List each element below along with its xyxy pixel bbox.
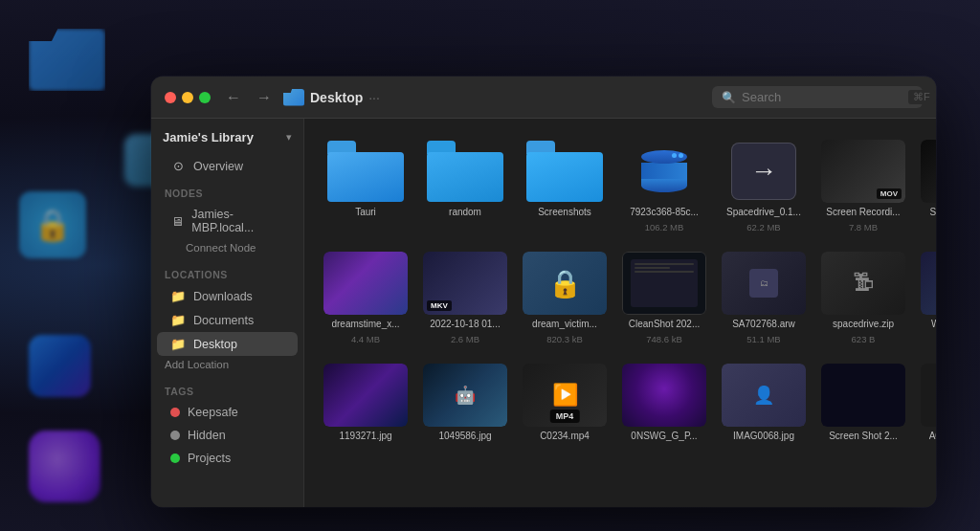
file-item-screenshots[interactable]: Screenshots <box>519 134 611 238</box>
file-size-spacedrive: 62.2 MB <box>746 222 780 232</box>
file-item-dreamvictim[interactable]: 🔒 dream_victim... 820.3 kB <box>519 246 611 350</box>
imag0068-icon: 👤 <box>722 364 806 427</box>
file-thumb-random <box>423 140 507 203</box>
desktop-label: Desktop <box>193 338 237 351</box>
file-item-screenshot2[interactable]: Screen Shot 2... <box>817 358 909 448</box>
file-item-mkv[interactable]: MKV 2022-10-18 01... 2.6 MB <box>419 246 511 350</box>
file-name-screenrec2: Screen Recor... <box>930 207 936 218</box>
sidebar-item-desktop[interactable]: 📁 Desktop <box>157 332 298 356</box>
file-item-imag0068[interactable]: 👤 IMAG0068.jpg <box>718 358 810 448</box>
file-thumb-wallpaper: 🚁 <box>921 252 936 315</box>
folder-icon <box>283 89 304 106</box>
sidebar-item-node[interactable]: 🖥 Jamies-MBP.local... <box>157 203 298 239</box>
file-name-db: 7923c368-85c... <box>630 207 699 218</box>
minimize-button[interactable] <box>182 92 193 103</box>
file-size-zip: 623 B <box>852 334 876 344</box>
grid-row-2: dreamstime_x... 4.4 MB MKV 2022-10-18 01… <box>320 246 921 350</box>
file-thumb-1049586: 🤖 <box>423 364 507 427</box>
grid-row-1: Tauri random <box>320 134 921 238</box>
sidebar-item-documents[interactable]: 📁 Documents <box>157 308 298 332</box>
bg-blue-app-icon <box>29 335 91 397</box>
search-bar[interactable]: 🔍 ⌘F <box>712 86 923 108</box>
file-item-1193271[interactable]: 1193271.jpg <box>320 358 412 448</box>
file-thumb-1193271 <box>323 364 408 427</box>
forward-button[interactable]: → <box>253 87 276 108</box>
file-name-0nswg: 0NSWG_G_P... <box>631 431 697 442</box>
file-name-1049586: 1049586.jpg <box>438 431 491 442</box>
file-item-tauri[interactable]: Tauri <box>320 134 412 238</box>
file-thumb-raw: 🗂 <box>722 252 806 315</box>
file-item-cleanshot[interactable]: CleanShot 202... 748.6 kB <box>618 246 710 350</box>
file-name-screenshot2: Screen Shot 2... <box>829 431 898 442</box>
1193271-icon <box>323 364 408 427</box>
folder-desktop-icon: 📁 <box>170 337 186 351</box>
downloads-label: Downloads <box>193 290 253 303</box>
hidden-label: Hidden <box>188 429 226 442</box>
search-shortcut: ⌘F <box>908 90 935 104</box>
file-item-screenrec1[interactable]: MOV Screen Recordi... 7.8 MB <box>817 134 909 238</box>
file-item-dreamstime[interactable]: dreamstime_x... 4.4 MB <box>320 246 412 350</box>
traffic-lights <box>165 92 211 103</box>
mov-badge: MOV <box>877 188 902 199</box>
file-item-a001[interactable]: A001_121500... <box>917 358 936 448</box>
file-size-mkv: 2.6 MB <box>451 334 479 344</box>
computer-icon: 🖥 <box>170 214 184 229</box>
file-size-dreamvictim: 820.3 kB <box>546 334 583 344</box>
file-item-screenrec2[interactable]: Screen Recor... 2.4 MB <box>917 134 936 238</box>
file-item-wallpaper[interactable]: 🚁 WallpaperDo... 1.2 MB <box>917 246 936 350</box>
file-name-wallpaper: WallpaperDo... <box>931 319 936 330</box>
folder-downloads-icon: 📁 <box>170 289 186 303</box>
mp4-badge: MP4 <box>550 409 580 423</box>
projects-tag-dot <box>170 454 180 463</box>
sidebar: Jamie's Library ▾ ⊙ Overview Nodes 🖥 Jam… <box>151 119 304 507</box>
keepsafe-label: Keepsafe <box>188 406 238 419</box>
keepsafe-tag-dot <box>170 408 180 417</box>
close-button[interactable] <box>165 92 176 103</box>
file-name-imag0068: IMAG0068.jpg <box>733 431 794 442</box>
file-item-spacedrive[interactable]: → Spacedrive_0.1... 62.2 MB <box>718 134 810 238</box>
file-item-1049586[interactable]: 🤖 1049586.jpg <box>419 358 511 448</box>
folder-tauri-icon <box>327 141 404 202</box>
sidebar-item-tag-hidden[interactable]: Hidden <box>157 424 298 447</box>
file-item-zip[interactable]: 🗜 spacedrive.zip 623 B <box>817 246 909 350</box>
file-name-screenrec1: Screen Recordi... <box>826 207 900 218</box>
sidebar-item-tag-keepsafe[interactable]: Keepsafe <box>157 401 298 424</box>
sidebar-item-tag-projects[interactable]: Projects <box>157 447 298 470</box>
file-size-screenrec1: 7.8 MB <box>849 222 878 232</box>
tags-section-label: Tags <box>151 376 303 401</box>
file-item-raw[interactable]: 🗂 SA702768.arw 51.1 MB <box>718 246 810 350</box>
grid-row-3: 1193271.jpg 🤖 1049586.jpg ▶️ MP4 C0234.m… <box>320 358 921 448</box>
connect-node-button[interactable]: Connect Node <box>151 239 303 259</box>
sidebar-item-overview[interactable]: ⊙ Overview <box>157 154 298 178</box>
file-size-db: 106.2 MB <box>645 222 684 232</box>
file-name-mp4: C0234.mp4 <box>540 431 590 442</box>
add-location-button[interactable]: Add Location <box>151 356 303 376</box>
cleanshot-icon <box>622 252 706 315</box>
breadcrumb-title: Desktop <box>310 90 363 105</box>
file-name-1193271: 1193271.jpg <box>339 431 391 442</box>
search-input[interactable] <box>742 90 902 104</box>
screenrec2-icon <box>921 140 936 203</box>
zip-icon: 🗜 <box>821 252 905 315</box>
file-name-screenshots: Screenshots <box>538 207 591 218</box>
folder-screenshots-icon <box>526 141 603 202</box>
folder-random-icon <box>427 141 503 202</box>
file-thumb-screenrec1: MOV <box>821 140 905 203</box>
1049586-icon: 🤖 <box>423 364 507 427</box>
file-thumb-tauri <box>323 140 408 203</box>
file-thumb-mp4: ▶️ MP4 <box>523 364 607 427</box>
breadcrumb-more[interactable]: ··· <box>368 90 380 105</box>
bg-purple-app-icon <box>29 431 100 502</box>
file-item-db[interactable]: 7923c368-85c... 106.2 MB <box>618 134 710 238</box>
content-area: Jamie's Library ▾ ⊙ Overview Nodes 🖥 Jam… <box>151 119 936 507</box>
file-item-random[interactable]: random <box>419 134 511 238</box>
arrow-icon: → <box>750 156 777 187</box>
maximize-button[interactable] <box>199 92 211 103</box>
file-item-mp4[interactable]: ▶️ MP4 C0234.mp4 <box>519 358 611 448</box>
file-name-cleanshot: CleanShot 202... <box>629 319 701 330</box>
back-button[interactable]: ← <box>222 87 245 108</box>
file-thumb-dreamvictim: 🔒 <box>523 252 607 315</box>
sidebar-item-downloads[interactable]: 📁 Downloads <box>157 284 298 308</box>
file-item-0nswg[interactable]: 0NSWG_G_P... <box>618 358 710 448</box>
library-header[interactable]: Jamie's Library ▾ <box>151 130 303 154</box>
